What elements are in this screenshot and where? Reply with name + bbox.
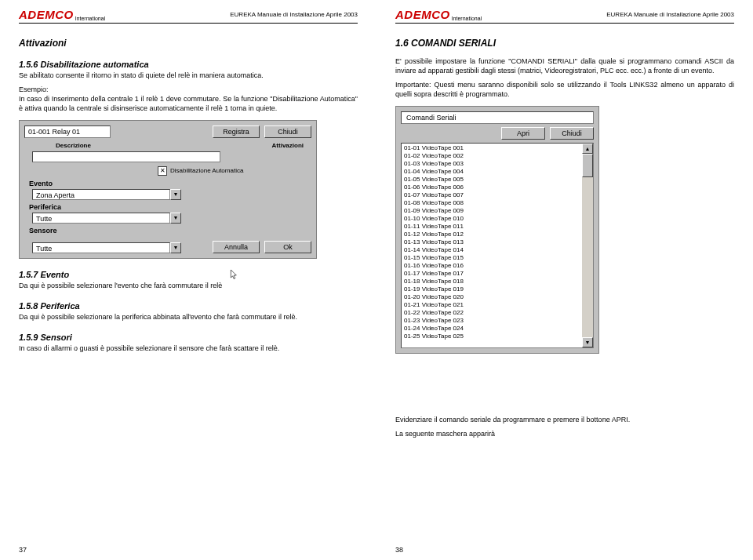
apri-button[interactable]: Apri <box>501 127 545 140</box>
periferica-select[interactable]: Tutte ▼ <box>32 213 181 224</box>
scroll-up-icon[interactable]: ▲ <box>582 144 593 154</box>
para: Da qui è possibile selezionare la perife… <box>19 312 358 322</box>
scroll-down-icon[interactable]: ▼ <box>582 337 593 347</box>
periferica-value: Tutte <box>32 213 170 224</box>
page-number: 37 <box>19 546 27 554</box>
para: Importante: Questi menu saranno disponib… <box>395 80 734 99</box>
page-header: ADEMCO International EUREKA Manuale di I… <box>395 8 734 24</box>
page-right: ADEMCO International EUREKA Manuale di I… <box>376 0 753 560</box>
annulla-button[interactable]: Annulla <box>213 241 260 253</box>
chevron-down-icon: ▼ <box>170 189 181 200</box>
para: In caso di allarmi o guasti è possibile … <box>19 344 358 353</box>
label-periferica: Periferica <box>29 203 311 211</box>
list-item[interactable]: 01-05 VideoTape 005 <box>404 176 580 184</box>
comandi-seriali-dialog: Comandi Seriali Apri Chiudi 01-01 VideoT… <box>395 106 599 354</box>
para: E' possibile impostare la funzione "COMA… <box>395 56 734 75</box>
label-sensore: Sensore <box>29 227 311 235</box>
list-item[interactable]: 01-24 VideoTape 024 <box>404 325 580 333</box>
ok-button[interactable]: Ok <box>264 241 311 253</box>
list-item[interactable]: 01-21 VideoTape 021 <box>404 301 580 309</box>
chiudi-button[interactable]: Chiudi <box>264 125 311 138</box>
registra-button[interactable]: Registra <box>213 125 260 138</box>
list-items-container: 01-01 VideoTape 00101-02 VideoTape 00201… <box>402 144 582 347</box>
list-item[interactable]: 01-06 VideoTape 006 <box>404 184 580 191</box>
disabilitazione-checkbox[interactable]: ✕ Disabilitazione Automatica <box>158 166 311 176</box>
list-item[interactable]: 01-08 VideoTape 008 <box>404 199 580 207</box>
sensore-select[interactable]: Tutte ▼ <box>32 242 181 253</box>
chiudi-button[interactable]: Chiudi <box>550 127 594 140</box>
list-item[interactable]: 01-11 VideoTape 011 <box>404 223 580 231</box>
list-item[interactable]: 01-09 VideoTape 009 <box>404 207 580 215</box>
dialog-title: Comandi Seriali <box>401 111 594 124</box>
section-title-attivazioni: Attivazioni <box>19 38 358 49</box>
evento-value: Zona Aperta <box>32 189 170 200</box>
para: Evidenziare il comando seriale da progra… <box>395 415 734 424</box>
logo-sub: International <box>452 16 482 21</box>
checkbox-checked-icon: ✕ <box>158 166 167 176</box>
relay-id-field[interactable]: 01-001 Relay 01 <box>24 125 111 138</box>
list-item[interactable]: 01-02 VideoTape 002 <box>404 152 580 160</box>
list-item[interactable]: 01-03 VideoTape 003 <box>404 160 580 168</box>
list-item[interactable]: 01-25 VideoTape 025 <box>404 333 580 340</box>
para: Se abilitato consente il ritorno in stat… <box>19 71 358 80</box>
heading-1-5-7: 1.5.7 Evento <box>19 270 358 279</box>
heading-1-5-9: 1.5.9 Sensori <box>19 333 358 342</box>
list-item[interactable]: 01-13 VideoTape 013 <box>404 238 580 246</box>
scrollbar[interactable]: ▲ ▼ <box>582 144 593 347</box>
heading-1-5-6: 1.5.6 Disabilitazione automatica <box>19 60 358 69</box>
evento-select[interactable]: Zona Aperta ▼ <box>32 189 181 200</box>
para: La seguente maschera apparirà <box>395 429 734 438</box>
list-item[interactable]: 01-15 VideoTape 015 <box>404 254 580 262</box>
list-item[interactable]: 01-16 VideoTape 016 <box>404 262 580 270</box>
label-attivazioni: Attivazioni <box>272 142 304 149</box>
label-descrizione: Descrizione <box>56 142 91 149</box>
label-evento: Evento <box>29 180 311 187</box>
logo: ADEMCO International <box>395 8 482 21</box>
logo-main: ADEMCO <box>395 8 450 21</box>
comandi-listbox[interactable]: 01-01 VideoTape 00101-02 VideoTape 00201… <box>401 143 594 348</box>
list-item[interactable]: 01-17 VideoTape 017 <box>404 270 580 278</box>
list-item[interactable]: 01-14 VideoTape 014 <box>404 246 580 254</box>
para: Da qui è possibile selezionare l'evento … <box>19 281 358 290</box>
list-item[interactable]: 01-12 VideoTape 012 <box>404 231 580 238</box>
scroll-track[interactable] <box>582 154 593 337</box>
page-header: ADEMCO International EUREKA Manuale di I… <box>19 8 358 24</box>
para: In caso di Inserimento della centrale 1 … <box>19 94 358 113</box>
list-item[interactable]: 01-18 VideoTape 018 <box>404 278 580 285</box>
page-left: ADEMCO International EUREKA Manuale di I… <box>0 0 376 560</box>
checkbox-label: Disabilitazione Automatica <box>170 167 243 174</box>
list-item[interactable]: 01-22 VideoTape 022 <box>404 309 580 317</box>
list-item[interactable]: 01-10 VideoTape 010 <box>404 215 580 223</box>
list-item[interactable]: 01-01 VideoTape 001 <box>404 144 580 152</box>
heading-1-5-8: 1.5.8 Periferica <box>19 301 358 311</box>
relay-dialog: 01-001 Relay 01 Registra Chiudi Descrizi… <box>19 120 317 259</box>
para: Esempio: <box>19 85 358 94</box>
chevron-down-icon: ▼ <box>170 213 181 224</box>
list-item[interactable]: 01-23 VideoTape 023 <box>404 317 580 325</box>
doc-title: EUREKA Manuale di Installazione Aprile 2… <box>230 11 358 18</box>
scroll-thumb[interactable] <box>582 154 593 177</box>
list-item[interactable]: 01-07 VideoTape 007 <box>404 191 580 199</box>
descrizione-field[interactable] <box>32 151 220 162</box>
page-number: 38 <box>395 546 403 554</box>
logo-sub: International <box>75 16 106 21</box>
sensore-value: Tutte <box>32 242 170 253</box>
list-item[interactable]: 01-20 VideoTape 020 <box>404 293 580 301</box>
logo-main: ADEMCO <box>19 8 74 21</box>
list-item[interactable]: 01-04 VideoTape 004 <box>404 168 580 176</box>
doc-title: EUREKA Manuale di Installazione Aprile 2… <box>606 11 734 18</box>
logo: ADEMCO International <box>19 8 105 21</box>
chevron-down-icon: ▼ <box>170 242 181 253</box>
list-item[interactable]: 01-19 VideoTape 019 <box>404 285 580 293</box>
section-title-comandi: 1.6 COMANDI SERIALI <box>395 38 734 49</box>
